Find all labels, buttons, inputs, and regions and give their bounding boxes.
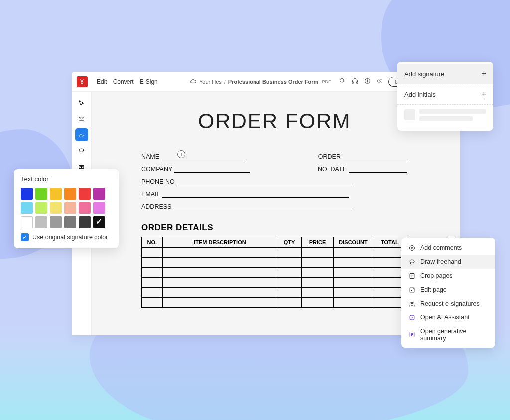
action-open-ai-assistant[interactable]: Open AI Assistant [401,311,495,324]
color-swatch[interactable] [50,202,62,214]
th-price: PRICE [301,237,334,248]
svg-point-1 [340,78,344,82]
color-swatch[interactable] [35,216,47,228]
sign-tool[interactable] [75,128,88,141]
breadcrumb-file[interactable]: Professional Business Order Form [228,79,319,85]
field-address[interactable] [173,204,352,210]
label-phone: PHONE NO [141,178,175,185]
text-color-title: Text color [21,175,112,183]
action-add-comments[interactable]: Add comments [401,241,495,255]
action-edit-page[interactable]: Edit page [401,283,495,297]
table-row[interactable] [142,288,407,298]
search-icon[interactable] [339,77,346,86]
order-table: NO. ITEM DESCRIPTION QTY PRICE DISCOUNT … [141,237,407,308]
table-row[interactable] [142,258,407,268]
color-swatch[interactable] [35,188,47,200]
label-company: COMPANY [141,166,172,173]
color-swatch[interactable] [64,188,76,200]
section-header: ORDER DETAILS [141,223,407,233]
select-tool[interactable] [75,97,88,109]
color-swatch[interactable] [50,216,62,228]
signature-placeholder [397,105,493,126]
field-phone[interactable] [177,179,351,185]
color-swatch[interactable] [93,188,105,200]
color-swatch[interactable] [50,188,62,200]
action-draw-freehand[interactable]: Draw freehand [401,255,495,269]
field-nodate[interactable] [349,167,407,173]
acrobat-logo [77,76,88,87]
print-icon[interactable] [364,77,371,86]
label-email: EMAIL [141,191,160,198]
orig-color-label: Use original signature color [32,234,108,241]
label-address: ADDRESS [141,203,171,210]
color-swatch[interactable] [21,202,33,214]
color-swatch[interactable] [21,216,33,228]
label-name: NAME [141,153,159,160]
action-open-generative-summary[interactable]: Open generative summary [401,324,495,345]
color-swatch[interactable] [79,202,91,214]
cloud-icon [190,78,197,85]
doc-title: ORDER FORM [141,109,407,133]
file-ext-badge: PDF [322,79,331,84]
svg-rect-3 [357,81,358,83]
table-row[interactable] [142,248,407,258]
menu-esign[interactable]: E-Sign [139,77,159,86]
field-name[interactable]: I [161,154,246,160]
action-request-e-signatures[interactable]: Request e-signatures [401,297,495,311]
field-email[interactable] [162,192,349,198]
color-swatch[interactable] [21,188,33,200]
document-canvas[interactable]: ORDER FORM NAMEI ORDER COMPANY NO. DATE … [92,92,442,335]
svg-point-11 [410,245,415,250]
actions-panel: Add commentsDraw freehandCrop pagesEdit … [401,238,495,348]
breadcrumb-root[interactable]: Your files [199,79,222,85]
action-crop-pages[interactable]: Crop pages [401,269,495,283]
breadcrumb: Your files / Professional Business Order… [190,78,331,85]
dropdown-tool[interactable] [75,112,88,125]
field-order[interactable] [343,154,407,160]
color-swatch[interactable] [93,202,105,214]
menu-edit[interactable]: Edit [96,77,108,86]
breadcrumb-sep: / [224,79,226,85]
color-swatch[interactable] [93,216,105,228]
color-swatch[interactable] [79,188,91,200]
add-signature[interactable]: Add signature+ [397,64,493,84]
svg-rect-13 [410,273,414,278]
color-swatch[interactable] [79,216,91,228]
text-cursor-icon: I [177,150,185,158]
label-nodate: NO. DATE [318,166,347,173]
svg-rect-2 [352,81,354,83]
add-initials[interactable]: Add initials+ [397,84,493,105]
color-swatch[interactable] [64,202,76,214]
svg-point-15 [410,302,412,304]
lasso-tool[interactable] [75,144,88,157]
color-swatch[interactable] [35,202,47,214]
menu-convert[interactable]: Convert [112,77,135,86]
link-icon[interactable] [376,77,383,86]
svg-rect-8 [79,117,84,120]
th-desc: ITEM DESCRIPTION [162,237,277,248]
label-order: ORDER [318,153,341,160]
svg-point-16 [412,302,414,304]
table-row[interactable] [142,268,407,278]
th-qty: QTY [277,237,301,248]
color-swatch[interactable] [64,216,76,228]
table-row[interactable] [142,278,407,288]
th-disc: DISCOUNT [334,237,373,248]
plus-icon: + [482,90,486,99]
field-company[interactable] [174,167,250,173]
signature-panel: Add signature+ Add initials+ [397,62,493,131]
text-color-panel: Text color ✓ Use original signature colo… [14,169,119,248]
plus-icon: + [482,69,486,78]
orig-color-checkbox[interactable]: ✓ [21,233,29,241]
headphones-icon[interactable] [351,77,359,86]
table-row[interactable] [142,298,407,308]
th-no: NO. [142,237,163,248]
